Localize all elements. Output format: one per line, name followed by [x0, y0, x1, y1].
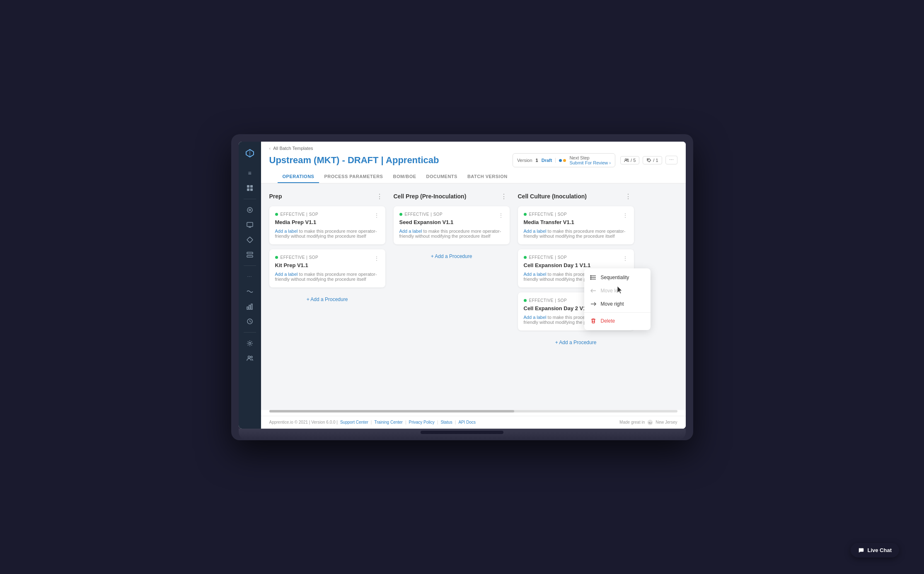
menu-label-move-left: Move left	[601, 288, 621, 294]
add-label-link-seed[interactable]: Add a label	[399, 229, 422, 234]
add-label-link-media-prep[interactable]: Add a label	[275, 229, 298, 234]
kanban-area: Prep ⋮ Effective | SOP Media Prep V1.1	[261, 183, 686, 410]
main-content: ‹ All Batch Templates Upstream (MKT) - D…	[261, 142, 686, 429]
sidebar-item-clock[interactable]	[242, 315, 258, 328]
tab-bom-boe[interactable]: BOM/BOE	[388, 171, 421, 183]
assignees-pill[interactable]: / 5	[620, 156, 639, 164]
footer-link-privacy[interactable]: Privacy Policy	[409, 420, 435, 424]
live-chat-button[interactable]: Live Chat	[851, 543, 899, 557]
tabs-row: Operations Process Parameters BOM/BOE Do…	[269, 171, 677, 183]
page-footer: Apprentice.io © 2021 | Version 6.0.0 | S…	[261, 416, 686, 429]
next-step-value[interactable]: Submit For Review ›	[569, 160, 611, 165]
svg-point-28	[590, 279, 591, 280]
card-title-media-prep: Media Prep V1.1	[275, 219, 380, 225]
menu-item-move-right[interactable]: Move right	[584, 297, 651, 311]
tags-count: / 1	[653, 158, 658, 163]
card-status-media-prep: Effective | SOP	[275, 212, 380, 217]
status-dot-media-prep	[275, 213, 278, 216]
add-procedure-btn-cell-prep[interactable]: + Add a Procedure	[394, 249, 510, 263]
sidebar-divider-3	[244, 332, 256, 333]
sidebar-item-users[interactable]	[242, 352, 258, 365]
footer-copyright: Apprentice.io © 2021 | Version 6.0.0 |	[269, 420, 338, 424]
page-header: ‹ All Batch Templates Upstream (MKT) - D…	[261, 142, 686, 183]
add-label-link-kit-prep[interactable]: Add a label	[275, 272, 298, 277]
card-label-seed[interactable]: Add a label to make this procedure more …	[399, 229, 504, 239]
tab-operations[interactable]: Operations	[278, 171, 319, 183]
card-menu-btn-media-transfer[interactable]: ⋮	[621, 211, 630, 219]
card-title-seed: Seed Expansion V1.1	[399, 219, 504, 225]
column-cell-prep: Cell Prep (Pre-Inoculation) ⋮ Effective …	[394, 192, 510, 402]
add-label-link-ced1[interactable]: Add a label	[524, 272, 547, 277]
breadcrumb-link[interactable]: All Batch Templates	[273, 146, 313, 151]
card-label-media-prep[interactable]: Add a label to make this procedure more …	[275, 229, 380, 239]
menu-item-delete[interactable]: Delete	[584, 314, 651, 328]
scrollbar-track[interactable]	[269, 410, 677, 412]
sidebar-item-circle[interactable]	[242, 203, 258, 217]
tab-documents[interactable]: Documents	[421, 171, 462, 183]
next-step-area: Next Step Submit For Review ›	[569, 155, 611, 165]
status-dot-seed	[399, 213, 402, 216]
more-options-btn[interactable]: ⋯	[665, 156, 677, 164]
page-title: Upstream (MKT) - DRAFT | Apprenticab	[269, 155, 439, 166]
breadcrumb: ‹ All Batch Templates	[269, 146, 677, 151]
column-header-prep: Prep ⋮	[269, 192, 385, 201]
sidebar-item-list[interactable]	[242, 248, 258, 261]
card-menu-btn-seed[interactable]: ⋮	[496, 211, 506, 219]
add-label-link-ced2[interactable]: Add a label	[524, 315, 547, 320]
card-label-kit-prep[interactable]: Add a label to make this procedure more …	[275, 272, 380, 282]
scrollbar-thumb[interactable]	[269, 410, 514, 412]
sidebar-item-diamond[interactable]	[242, 233, 258, 246]
add-procedure-btn-cell-culture[interactable]: + Add a Procedure	[518, 335, 634, 350]
sidebar-item-chart[interactable]	[242, 300, 258, 313]
svg-rect-1	[250, 185, 253, 188]
card-title-kit-prep: Kit Prep V1.1	[275, 262, 380, 268]
menu-label-delete: Delete	[601, 318, 615, 324]
sidebar-item-settings[interactable]	[242, 337, 258, 350]
add-label-link-mt[interactable]: Add a label	[524, 229, 547, 234]
tags-pill[interactable]: / 1	[643, 156, 662, 164]
trash-icon	[590, 318, 597, 324]
svg-rect-2	[247, 188, 249, 191]
column-menu-btn-prep[interactable]: ⋮	[374, 192, 385, 201]
footer-link-status[interactable]: Status	[440, 420, 452, 424]
card-status-media-transfer: Effective | SOP	[524, 212, 628, 217]
menu-divider	[584, 312, 651, 313]
svg-point-20	[625, 159, 627, 160]
laptop-frame: ≡ ···	[231, 134, 693, 440]
card-menu-btn-ced1[interactable]: ⋮	[621, 254, 630, 263]
list-icon	[590, 274, 597, 281]
app-layout: ≡ ···	[239, 142, 686, 429]
column-title-cell-culture: Cell Culture (Inoculation)	[518, 193, 587, 200]
add-procedure-btn-prep[interactable]: + Add a Procedure	[269, 292, 385, 306]
sidebar-item-grid[interactable]	[242, 181, 258, 195]
sidebar-item-display[interactable]	[242, 218, 258, 232]
footer-link-support[interactable]: Support Center	[340, 420, 368, 424]
column-header-cell-prep: Cell Prep (Pre-Inoculation) ⋮	[394, 192, 510, 201]
logo[interactable]	[242, 146, 257, 161]
footer-link-api[interactable]: API Docs	[458, 420, 476, 424]
footer-link-training[interactable]: Training Center	[374, 420, 403, 424]
tab-batch-version[interactable]: Batch Version	[462, 171, 513, 183]
sidebar-item-dots[interactable]: ···	[242, 270, 258, 283]
card-menu-btn-kit-prep[interactable]: ⋮	[372, 254, 381, 263]
svg-rect-8	[247, 236, 252, 242]
menu-item-sequentiality[interactable]: Sequentiality	[584, 271, 651, 284]
svg-point-4	[247, 207, 252, 212]
header-actions: / 5 / 1 ⋯	[620, 156, 677, 164]
footer-sep-3: |	[437, 420, 438, 424]
tab-process-parameters[interactable]: Process Parameters	[319, 171, 388, 183]
card-title-media-transfer: Media Transfer V1.1	[524, 219, 628, 225]
nj-icon: NJ	[647, 420, 653, 425]
sidebar-item-wave[interactable]	[242, 285, 258, 298]
footer-made-in: Made great in	[619, 420, 645, 424]
column-menu-btn-cell-prep[interactable]: ⋮	[498, 192, 510, 201]
footer-links: Apprentice.io © 2021 | Version 6.0.0 | S…	[269, 420, 476, 424]
column-menu-btn-cell-culture[interactable]: ⋮	[622, 192, 634, 201]
sidebar-item-menu[interactable]: ≡	[242, 166, 258, 180]
card-menu-btn-media-prep[interactable]: ⋮	[372, 211, 381, 219]
svg-rect-0	[247, 185, 249, 188]
svg-point-21	[627, 159, 629, 160]
dot-1	[559, 159, 562, 162]
context-menu: Sequentiality Move left Move right	[584, 268, 651, 330]
card-label-media-transfer[interactable]: Add a label to make this procedure more …	[524, 229, 628, 239]
